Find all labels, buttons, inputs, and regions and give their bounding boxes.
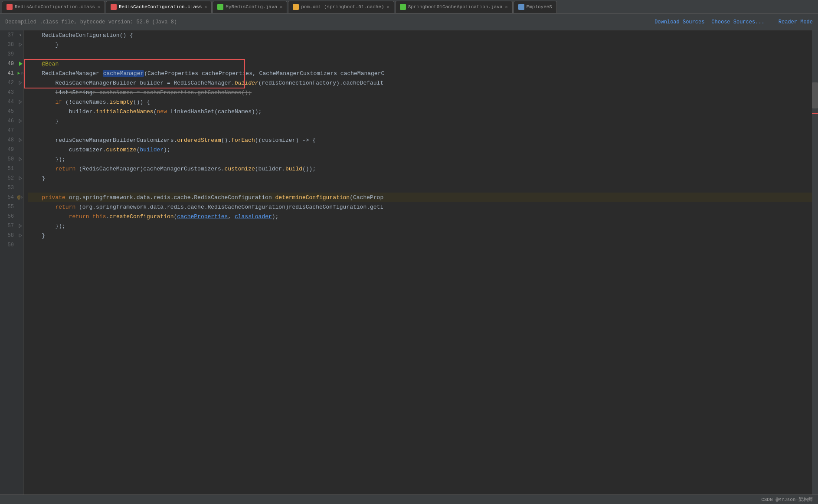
tab-employees[interactable]: EmployeeS — [514, 1, 557, 13]
code-line-59 — [28, 240, 812, 250]
line-num-41: 41 — [0, 70, 17, 76]
line-num-42: 42 — [0, 80, 17, 86]
code-line-52: } — [28, 173, 812, 183]
code-text-56: return this.createConfiguration(cachePro… — [28, 213, 278, 220]
gutter-row-50: 50 — [0, 154, 23, 164]
action-links: Download Sources Choose Sources... Reade… — [654, 19, 813, 25]
close-icon-3[interactable]: ✕ — [280, 4, 282, 10]
line-num-37: 37 — [0, 32, 17, 38]
code-line-51: return (RedisCacheManager)cacheManagerCu… — [28, 164, 812, 173]
code-text-42: RedisCacheManagerBuilder builder = Redis… — [28, 80, 383, 86]
code-line-45: builder.initialCacheNames(new LinkedHash… — [28, 107, 812, 116]
line-num-57: 57 — [0, 223, 17, 229]
right-scrollbar[interactable] — [812, 30, 818, 504]
line-num-51: 51 — [0, 166, 17, 172]
gutter-row-45: 45 — [0, 107, 23, 116]
line-gutter: 37 ▾ 38 39 40 — [0, 30, 24, 504]
line-num-58: 58 — [0, 232, 17, 239]
code-line-39 — [28, 49, 812, 59]
gutter-row-37: 37 ▾ — [0, 30, 23, 40]
decompiled-info: Decompiled .class file, bytecode version… — [5, 19, 654, 25]
gutter-row-49: 49 — [0, 145, 23, 154]
gutter-row-54: 54 @ — [0, 193, 23, 202]
tab-label-6: EmployeeS — [527, 4, 552, 10]
fold-38 — [17, 42, 23, 47]
code-text-57: }); — [28, 223, 65, 229]
gutter-row-42: 42 — [0, 78, 23, 88]
code-line-49: customizer.customize(builder); — [28, 145, 812, 154]
code-line-54: private org.springframework.data.redis.c… — [28, 193, 812, 202]
fold-54: @ — [17, 194, 23, 200]
gutter-row-44: 44 — [0, 97, 23, 107]
gutter-row-57: 57 — [0, 221, 23, 231]
gutter-row-43: 43 — [0, 88, 23, 97]
close-icon-5[interactable]: ✕ — [505, 4, 508, 10]
gutter-row-56: 56 — [0, 212, 23, 221]
gutter-row-48: 48 — [0, 135, 23, 145]
line-num-49: 49 — [0, 147, 17, 153]
code-text-45: builder.initialCacheNames(new LinkedHash… — [28, 108, 262, 115]
code-text-46: } — [28, 118, 59, 124]
tab-springboot-app[interactable]: Springboot01CacheApplication.java ✕ — [395, 1, 513, 13]
reader-mode-link[interactable]: Reader Mode — [779, 19, 813, 25]
line-num-45: 45 — [0, 108, 17, 115]
tab-label-1: RedisAutoConfiguration.class — [15, 4, 95, 10]
fold-37[interactable]: ▾ — [17, 33, 23, 38]
download-sources-link[interactable]: Download Sources — [654, 19, 704, 25]
gutter-row-53: 53 — [0, 183, 23, 193]
line-num-46: 46 — [0, 118, 17, 124]
tab-icon-orange — [293, 4, 299, 10]
gutter-row-51: 51 — [0, 164, 23, 173]
svg-marker-0 — [19, 62, 23, 66]
status-bar: CSDN @MrJson-架构师 — [0, 494, 818, 504]
code-text-52: } — [28, 175, 45, 182]
info-bar: Decompiled .class file, bytecode version… — [0, 14, 818, 30]
code-line-48: redisCacheManagerBuilderCustomizers.orde… — [28, 135, 812, 145]
tab-pom-xml[interactable]: pom.xml (springboot-01-cache) ✕ — [288, 1, 394, 13]
fold-40 — [17, 61, 23, 66]
line-num-47: 47 — [0, 128, 17, 134]
close-icon-4[interactable]: ✕ — [387, 4, 389, 10]
status-credit: CSDN @MrJson-架构师 — [761, 496, 813, 503]
fold-58 — [17, 233, 23, 238]
code-line-56: return this.createConfiguration(cachePro… — [28, 212, 812, 221]
close-icon-2[interactable]: ✕ — [204, 4, 207, 10]
line-num-43: 43 — [0, 89, 17, 95]
code-line-38: } — [28, 40, 812, 49]
choose-sources-link[interactable]: Choose Sources... — [711, 19, 764, 25]
fold-42 — [17, 80, 23, 85]
line-num-48: 48 — [0, 137, 17, 143]
code-text-38: } — [28, 42, 59, 48]
line-num-54: 54 — [0, 194, 17, 200]
line-num-55: 55 — [0, 204, 17, 210]
close-icon-1[interactable]: ✕ — [98, 4, 100, 10]
code-text-58: } — [28, 232, 45, 239]
code-text-40: @Bean — [28, 61, 59, 67]
code-line-43: List<String> cacheNames = cachePropertie… — [28, 88, 812, 97]
code-line-46: } — [28, 116, 812, 126]
code-area: 37 ▾ 38 39 40 — [0, 30, 818, 504]
gutter-row-59: 59 — [0, 240, 23, 250]
code-line-40: @Bean — [28, 59, 812, 69]
tab-redis-auto[interactable]: RedisAutoConfiguration.class ✕ — [2, 1, 105, 13]
tab-redis-cache-config[interactable]: RedisCacheConfiguration.class ✕ — [106, 1, 212, 13]
code-line-37: RedisCacheConfiguration() { — [28, 30, 812, 40]
tab-icon-red-2 — [111, 4, 117, 10]
gutter-row-38: 38 — [0, 40, 23, 49]
code-text-44: if (!cacheNames.isEmpty()) { — [28, 99, 150, 105]
code-line-42: RedisCacheManagerBuilder builder = Redis… — [28, 78, 812, 88]
tab-bar: RedisAutoConfiguration.class ✕ RedisCach… — [0, 0, 818, 14]
tab-my-redis-config[interactable]: MyRedisConfig.java ✕ — [213, 1, 287, 13]
code-text-54: private org.springframework.data.redis.c… — [28, 194, 383, 201]
tab-label-4: pom.xml (springboot-01-cache) — [301, 4, 384, 10]
code-line-44: if (!cacheNames.isEmpty()) { — [28, 97, 812, 107]
fold-46 — [17, 118, 23, 124]
gutter-row-52: 52 — [0, 173, 23, 183]
gutter-row-55: 55 — [0, 202, 23, 212]
tab-icon-green — [217, 4, 223, 10]
line-num-38: 38 — [0, 42, 17, 48]
code-wrapper: RedisCacheConfiguration() { } @Bean — [24, 30, 812, 504]
line-num-44: 44 — [0, 99, 17, 105]
gutter-row-46: 46 — [0, 116, 23, 126]
code-content[interactable]: RedisCacheConfiguration() { } @Bean — [24, 30, 812, 250]
